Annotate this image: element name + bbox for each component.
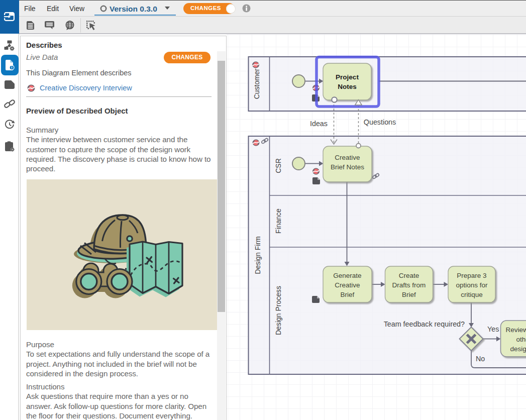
svg-text:other: other: [516, 336, 526, 343]
svg-text:Drafts from: Drafts from: [392, 281, 426, 289]
svg-text:Prepare 3: Prepare 3: [457, 272, 486, 279]
svg-text:No: No: [476, 355, 485, 363]
svg-text:Design Firm: Design Firm: [254, 236, 262, 274]
svg-text:Create: Create: [399, 272, 419, 279]
svg-text:Creative: Creative: [335, 154, 360, 161]
svg-text:Brief: Brief: [402, 291, 416, 298]
svg-text:Ideas: Ideas: [310, 120, 328, 128]
svg-text:Customer: Customer: [253, 68, 261, 99]
svg-text:Questions: Questions: [364, 118, 396, 126]
svg-text:Finance: Finance: [274, 208, 282, 234]
svg-text:Team feedback required?: Team feedback required?: [384, 320, 465, 328]
svg-text:Design Process: Design Process: [274, 286, 282, 335]
svg-text:Project: Project: [336, 73, 359, 81]
svg-text:critique: critique: [461, 291, 483, 298]
svg-text:Generate: Generate: [333, 272, 361, 279]
svg-text:Brief Notes: Brief Notes: [331, 163, 364, 171]
svg-text:Creative: Creative: [335, 281, 360, 289]
svg-text:Yes: Yes: [487, 325, 499, 333]
svg-text:Notes: Notes: [338, 83, 357, 90]
svg-text:Brief: Brief: [341, 291, 355, 298]
svg-text:Review with: Review with: [506, 326, 526, 334]
svg-text:designers: designers: [510, 345, 526, 353]
svg-text:options for: options for: [456, 281, 488, 289]
svg-text:CSR: CSR: [274, 158, 282, 173]
